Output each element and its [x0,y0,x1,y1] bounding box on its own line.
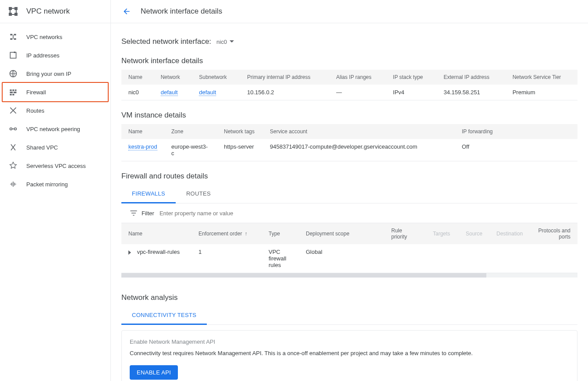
col-source[interactable]: Source [459,223,489,244]
col-primary-ip[interactable]: Primary internal IP address [240,70,329,85]
sidebar-item-label: VPC networks [26,34,62,40]
col-priority[interactable]: Rule priority [384,223,426,244]
cell-external-ip: 34.159.58.251 [436,85,505,100]
col-forwarding[interactable]: IP forwarding [455,124,577,139]
svg-rect-1 [14,7,18,10]
col-protocols[interactable]: Protocols and ports [531,223,577,244]
sidebar-item-byoip[interactable]: Bring your own IP [3,64,108,83]
col-network[interactable]: Network [154,70,192,85]
page-title: Network interface details [141,7,222,16]
card-text: Connectivity test requires Network Manag… [130,349,569,357]
cell-tags: https-server [217,139,263,161]
cell-alias: — [329,85,386,100]
horizontal-scrollbar[interactable] [121,273,577,278]
firewall-icon [9,88,18,96]
sidebar-item-mirroring[interactable]: Packet mirroring [3,175,108,193]
col-service-account[interactable]: Service account [263,124,455,139]
cell-forwarding: Off [455,139,577,161]
col-scope[interactable]: Deployment scope [299,223,384,244]
tab-routes[interactable]: ROUTES [176,185,221,203]
firewall-tabs: FIREWALLS ROUTES [121,185,577,203]
enable-api-button[interactable]: ENABLE API [130,365,178,380]
sidebar-item-firewall[interactable]: Firewall [2,82,109,102]
svg-point-24 [14,128,17,130]
page-header: Network interface details [111,0,588,23]
sidebar-item-vpc-networks[interactable]: VPC networks [3,28,108,46]
cell-primary-ip: 10.156.0.2 [240,85,329,100]
col-targets[interactable]: Targets [426,223,459,244]
col-name[interactable]: Name [121,70,154,85]
back-button[interactable] [121,6,132,17]
sidebar-item-routes[interactable]: Routes [3,101,108,120]
section-title: Firewall and routes details [121,172,577,181]
svg-rect-17 [12,89,14,91]
shared-vpc-icon [9,143,18,152]
col-type[interactable]: Type [262,223,299,244]
cell-enforcement: 1 [191,244,262,273]
ip-icon [9,51,18,60]
main-content: Network interface details Selected netwo… [111,0,588,381]
col-name[interactable]: Name [121,223,191,244]
sidebar-item-serverless[interactable]: Serverless VPC access [3,157,108,175]
card-subtitle: Enable Network Management API [130,338,569,345]
svg-rect-0 [9,7,12,10]
svg-rect-10 [10,38,12,39]
firewall-table: Name Enforcement order↑ Type Deployment … [121,223,577,273]
svg-rect-19 [10,92,13,93]
enable-api-card: Enable Network Management API Connectivi… [121,330,577,381]
vm-details-table: Name Zone Network tags Service account I… [121,124,577,161]
tab-firewalls[interactable]: FIREWALLS [121,185,176,203]
cell-scope: Global [299,244,384,273]
sidebar-item-label: VPC network peering [26,126,80,132]
arrow-left-icon [122,7,131,16]
svg-rect-20 [14,92,17,93]
link-vm-name[interactable]: kestra-prod [128,143,157,150]
table-row[interactable]: vpc-firewall-rules 1 VPC firewall rules … [121,244,577,273]
link-network[interactable]: default [161,89,178,96]
vpc-product-icon [8,6,18,17]
col-destination[interactable]: Destination [489,223,531,244]
svg-rect-3 [14,13,18,16]
cell-tier: Premium [506,85,577,100]
col-ip-stack[interactable]: IP stack type [386,70,437,85]
sidebar-item-label: IP addresses [26,52,60,59]
selected-interface-row: Selected network interface: nic0 [121,37,577,46]
tab-connectivity-tests[interactable]: CONNECTIVITY TESTS [121,306,207,325]
sidebar-item-peering[interactable]: VPC network peering [3,120,108,138]
cell-zone: europe-west3-c [164,139,217,161]
analysis-section: Network analysis CONNECTIVITY TESTS Enab… [121,293,577,381]
routes-icon [9,106,18,115]
col-enforcement[interactable]: Enforcement order↑ [191,223,262,244]
svg-rect-5 [12,14,14,15]
caret-right-icon[interactable] [128,250,132,255]
sidebar-item-shared-vpc[interactable]: Shared VPC [3,138,108,157]
link-subnetwork[interactable]: default [199,89,216,96]
col-external-ip[interactable]: External IP address [436,70,505,85]
svg-rect-21 [10,94,12,95]
cell-ip-stack: IPv4 [386,85,437,100]
svg-rect-6 [10,10,11,13]
interface-dropdown[interactable]: nic0 [216,39,234,45]
svg-rect-8 [10,34,12,35]
col-subnetwork[interactable]: Subnetwork [192,70,240,85]
sidebar-item-ip-addresses[interactable]: IP addresses [3,46,108,64]
col-alias[interactable]: Alias IP ranges [329,70,386,85]
col-tags[interactable]: Network tags [217,124,263,139]
sort-up-icon: ↑ [244,231,247,237]
sidebar-item-label: Firewall [26,89,46,96]
col-zone[interactable]: Zone [164,124,217,139]
sidebar-header: VPC network [0,0,110,23]
sidebar-item-label: Bring your own IP [26,71,71,77]
col-tier[interactable]: Network Service Tier [506,70,577,85]
section-title: Network analysis [121,293,577,302]
svg-rect-11 [14,38,16,39]
selected-label: Selected network interface: [121,37,211,46]
svg-rect-14 [14,52,15,53]
cell-type: VPC firewall rules [262,244,299,273]
filter-input[interactable] [159,210,570,217]
col-name[interactable]: Name [121,124,164,139]
cell-service-account: 945837149017-compute@developer.gservicea… [263,139,455,161]
sidebar-item-label: Packet mirroring [26,181,68,188]
svg-rect-13 [10,52,16,58]
table-row: nic0 default default 10.156.0.2 — IPv4 3… [121,85,577,100]
